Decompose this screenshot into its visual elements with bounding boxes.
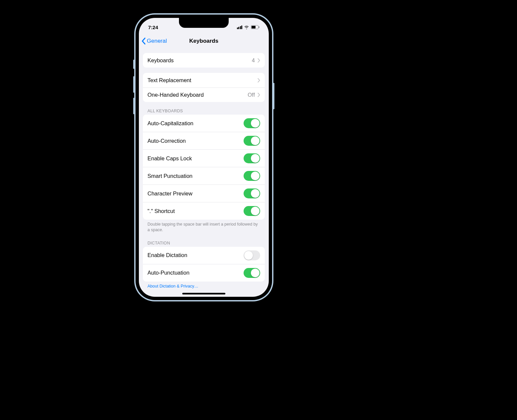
- power-button: [273, 83, 274, 109]
- about-dictation-link[interactable]: About Dictation & Privacy…: [143, 282, 265, 290]
- toggle-auto-punctuation[interactable]: [244, 268, 260, 278]
- mute-switch: [133, 60, 135, 69]
- status-icons: [237, 25, 260, 29]
- toggle-period-shortcut[interactable]: [244, 206, 260, 216]
- row-auto-correction: Auto-Correction: [143, 132, 265, 149]
- row-enable-caps-lock: Enable Caps Lock: [143, 149, 265, 167]
- toggle-smart-punctuation[interactable]: [244, 171, 260, 181]
- group-all-keyboards: ALL KEYBOARDS Auto-Capitalization Auto-C…: [143, 107, 265, 234]
- group-dictation: DICTATION Enable Dictation Auto-Punctuat…: [143, 239, 265, 290]
- home-indicator: [182, 293, 225, 294]
- row-label: "." Shortcut: [147, 208, 175, 214]
- row-label: Enable Caps Lock: [147, 155, 192, 162]
- back-label: General: [147, 38, 167, 44]
- toggle-auto-capitalization[interactable]: [244, 118, 260, 128]
- row-auto-capitalization: Auto-Capitalization: [143, 115, 265, 132]
- group-header-all: ALL KEYBOARDS: [143, 107, 265, 115]
- settings-content: Keyboards 4 Text Replacement: [139, 48, 269, 297]
- chevron-right-icon: [258, 78, 260, 82]
- row-label: Auto-Correction: [147, 138, 186, 144]
- row-label: Smart Punctuation: [147, 173, 193, 179]
- group-header-english: ENGLISH: [143, 296, 265, 297]
- chevron-right-icon: [258, 93, 260, 97]
- row-character-preview: Character Preview: [143, 184, 265, 202]
- screen: 7:24 General: [139, 18, 269, 297]
- notch: [179, 18, 229, 28]
- back-button[interactable]: General: [142, 37, 167, 45]
- group-english: ENGLISH: [143, 296, 265, 297]
- toggle-auto-correction[interactable]: [244, 136, 260, 146]
- toggle-caps-lock[interactable]: [244, 153, 260, 163]
- svg-rect-1: [252, 26, 256, 28]
- row-label: Auto-Capitalization: [147, 120, 194, 127]
- phone-frame: 7:24 General: [134, 13, 273, 301]
- battery-icon: [251, 25, 259, 29]
- row-keyboards[interactable]: Keyboards 4: [143, 53, 265, 68]
- group-header-dictation: DICTATION: [143, 239, 265, 247]
- toggle-character-preview[interactable]: [244, 188, 260, 198]
- status-time: 7:24: [148, 25, 158, 30]
- wifi-icon: [244, 25, 249, 29]
- cellular-icon: [237, 26, 243, 29]
- row-label: Character Preview: [147, 190, 193, 197]
- group-text: Text Replacement One-Handed Keyboard Off: [143, 73, 265, 102]
- group-keyboards: Keyboards 4: [143, 53, 265, 68]
- svg-rect-2: [259, 26, 259, 28]
- row-smart-punctuation: Smart Punctuation: [143, 167, 265, 184]
- keyboards-count: 4: [252, 57, 255, 64]
- row-label: Text Replacement: [147, 77, 191, 83]
- volume-down-button: [133, 98, 135, 114]
- row-one-handed-keyboard[interactable]: One-Handed Keyboard Off: [143, 87, 265, 102]
- row-auto-punctuation: Auto-Punctuation: [143, 264, 265, 282]
- one-handed-value: Off: [248, 92, 255, 98]
- row-label: One-Handed Keyboard: [147, 92, 204, 98]
- nav-bar: General Keyboards: [139, 34, 269, 48]
- toggle-enable-dictation[interactable]: [244, 250, 260, 260]
- row-label: Keyboards: [147, 57, 174, 64]
- row-period-shortcut: "." Shortcut: [143, 202, 265, 220]
- volume-up-button: [133, 76, 135, 93]
- group-footer-all: Double tapping the space bar will insert…: [143, 220, 265, 234]
- row-enable-dictation: Enable Dictation: [143, 247, 265, 264]
- row-text-replacement[interactable]: Text Replacement: [143, 73, 265, 87]
- row-label: Auto-Punctuation: [147, 270, 190, 276]
- row-label: Enable Dictation: [147, 252, 187, 258]
- chevron-right-icon: [258, 58, 260, 63]
